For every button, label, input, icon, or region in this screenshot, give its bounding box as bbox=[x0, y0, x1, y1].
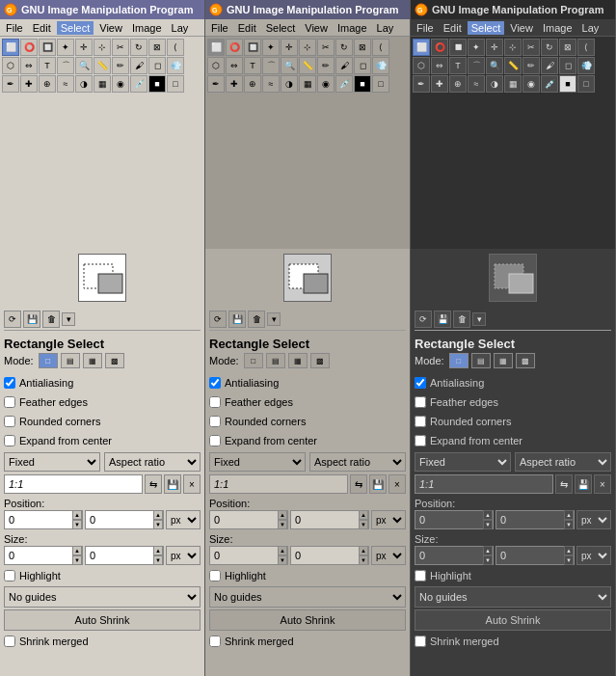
rounded-check-medium[interactable] bbox=[209, 416, 221, 427]
delete-btn-dark[interactable]: 🗑 bbox=[453, 311, 470, 328]
pos-y-field-dark[interactable] bbox=[496, 511, 564, 528]
feather-check-medium[interactable] bbox=[209, 396, 221, 408]
menu-file-light[interactable]: File bbox=[2, 21, 27, 35]
expand-check-dark[interactable] bbox=[415, 435, 426, 446]
size-x-field-light[interactable] bbox=[5, 547, 72, 564]
pos-x-down-medium[interactable]: ▼ bbox=[278, 520, 287, 529]
rounded-check-dark[interactable] bbox=[415, 416, 426, 427]
mode-sub-dark[interactable]: ▦ bbox=[494, 353, 513, 368]
pos-y-field-medium[interactable] bbox=[291, 511, 359, 528]
tool-fill-dark[interactable]: ▦ bbox=[504, 75, 522, 93]
tool-persp-medium[interactable]: ⬡ bbox=[207, 57, 225, 74]
tool-align-dark[interactable]: ⊹ bbox=[504, 39, 522, 56]
mode-replace-light[interactable]: □ bbox=[39, 353, 58, 368]
menu-image-dark[interactable]: Image bbox=[539, 21, 576, 35]
size-x-down-medium[interactable]: ▼ bbox=[278, 555, 287, 565]
tool-dodge-light[interactable]: ◑ bbox=[75, 75, 93, 93]
size-y-input-medium[interactable]: ▲ ▼ bbox=[290, 546, 369, 565]
size-y-field-medium[interactable] bbox=[291, 547, 359, 564]
size-x-up-light[interactable]: ▲ bbox=[72, 546, 82, 555]
aspect-select-medium[interactable]: Aspect ratio bbox=[309, 452, 406, 472]
tool-clone-medium[interactable]: ⊕ bbox=[244, 75, 261, 93]
pos-x-input-medium[interactable]: ▲ ▼ bbox=[209, 510, 288, 529]
guides-select-dark[interactable]: No guides bbox=[415, 586, 611, 608]
pos-y-up-light[interactable]: ▲ bbox=[153, 510, 163, 520]
auto-shrink-btn-medium[interactable]: Auto Shrink bbox=[209, 609, 406, 631]
ratio-field-dark[interactable]: 1:1 bbox=[415, 474, 553, 494]
tool-erase-medium[interactable]: ◻ bbox=[354, 57, 371, 74]
delete-btn-light[interactable]: 🗑 bbox=[42, 311, 60, 328]
ratio-field-medium[interactable]: 1:1 bbox=[209, 474, 348, 494]
pos-y-down-light[interactable]: ▼ bbox=[153, 520, 163, 529]
mode-replace-medium[interactable]: □ bbox=[244, 353, 263, 368]
tool-shear-light[interactable]: ⟨ bbox=[167, 39, 184, 56]
menu-lay-light[interactable]: Lay bbox=[168, 21, 193, 35]
size-unit-light[interactable]: px % bbox=[166, 546, 201, 565]
pos-y-down-dark[interactable]: ▼ bbox=[564, 520, 574, 529]
tool-heal-dark[interactable]: ✚ bbox=[431, 75, 448, 93]
highlight-check-dark[interactable] bbox=[415, 570, 426, 581]
tool-colorpick-dark[interactable]: 💉 bbox=[541, 75, 558, 93]
menu-lay-dark[interactable]: Lay bbox=[578, 21, 603, 35]
save-btn-light[interactable]: 💾 bbox=[23, 311, 40, 328]
tool-airbrush-medium[interactable]: 💨 bbox=[372, 57, 389, 74]
tool-ink-light[interactable]: ✒ bbox=[2, 75, 19, 93]
tool-text-dark[interactable]: T bbox=[449, 57, 467, 74]
ratio-swap-medium[interactable]: ⇆ bbox=[350, 474, 367, 494]
tool-ink-medium[interactable]: ✒ bbox=[207, 75, 225, 93]
tool-flip-medium[interactable]: ⇔ bbox=[226, 57, 243, 74]
tool-text-light[interactable]: T bbox=[39, 57, 56, 74]
size-x-input-dark[interactable]: ▲ ▼ bbox=[415, 546, 494, 565]
ratio-delete-dark[interactable]: × bbox=[594, 474, 611, 494]
tool-paint-medium[interactable]: 🖌 bbox=[335, 57, 353, 74]
tool-paint-light[interactable]: 🖌 bbox=[130, 57, 147, 74]
size-y-input-light[interactable]: ▲ ▼ bbox=[85, 546, 164, 565]
tool-zoom-dark[interactable]: 🔍 bbox=[486, 57, 503, 74]
menu-edit-dark[interactable]: Edit bbox=[440, 21, 466, 35]
size-x-field-dark[interactable] bbox=[415, 547, 483, 564]
tool-shear-medium[interactable]: ⟨ bbox=[372, 39, 389, 56]
tool-clone-light[interactable]: ⊕ bbox=[39, 75, 56, 93]
restore-btn-dark[interactable]: ⟳ bbox=[415, 311, 432, 328]
ratio-swap-light[interactable]: ⇆ bbox=[145, 474, 162, 494]
tool-free-medium[interactable]: 🔲 bbox=[244, 39, 261, 56]
shrink-merged-check-light[interactable] bbox=[4, 635, 15, 647]
tool-fill-medium[interactable]: ▦ bbox=[299, 75, 316, 93]
pos-unit-light[interactable]: px % bbox=[166, 510, 201, 529]
size-unit-medium[interactable]: px bbox=[371, 546, 406, 565]
tool-rect-select-light[interactable]: ⬜ bbox=[2, 39, 19, 56]
save-btn-dark[interactable]: 💾 bbox=[434, 311, 451, 328]
tool-erase-dark[interactable]: ◻ bbox=[559, 57, 576, 74]
tool-flip-light[interactable]: ⇔ bbox=[20, 57, 38, 74]
pos-x-input-dark[interactable]: ▲ ▼ bbox=[415, 510, 494, 529]
tool-paint-dark[interactable]: 🖌 bbox=[541, 57, 558, 74]
size-x-input-medium[interactable]: ▲ ▼ bbox=[209, 546, 288, 565]
menu-image-medium[interactable]: Image bbox=[334, 21, 371, 35]
tool-persp-dark[interactable]: ⬡ bbox=[413, 57, 430, 74]
pos-y-up-dark[interactable]: ▲ bbox=[564, 510, 574, 520]
tool-zoom-medium[interactable]: 🔍 bbox=[281, 57, 298, 74]
tool-crop-dark[interactable]: ✂ bbox=[522, 39, 540, 56]
tool-pencil-light[interactable]: ✏ bbox=[112, 57, 129, 74]
tool-measure-medium[interactable]: 📏 bbox=[299, 57, 316, 74]
tool-fg-medium[interactable]: ■ bbox=[354, 75, 371, 93]
mode-intersect-medium[interactable]: ▩ bbox=[310, 353, 330, 368]
size-unit-dark[interactable]: px bbox=[576, 546, 611, 565]
mode-add-light[interactable]: ▤ bbox=[61, 353, 80, 368]
tool-fill-light[interactable]: ▦ bbox=[94, 75, 111, 93]
tool-smudge-dark[interactable]: ≈ bbox=[468, 75, 485, 93]
tool-rect-select-medium[interactable]: ⬜ bbox=[207, 39, 225, 56]
size-x-field-medium[interactable] bbox=[210, 547, 278, 564]
tool-align-medium[interactable]: ⊹ bbox=[299, 39, 316, 56]
mode-intersect-light[interactable]: ▩ bbox=[105, 353, 124, 368]
menu-select-dark[interactable]: Select bbox=[468, 21, 505, 35]
fixed-select-light[interactable]: Fixed Free bbox=[4, 452, 100, 472]
tool-smudge-light[interactable]: ≈ bbox=[57, 75, 74, 93]
tool-rotate-medium[interactable]: ↻ bbox=[335, 39, 353, 56]
size-y-input-dark[interactable]: ▲ ▼ bbox=[495, 546, 575, 565]
tool-bg-dark[interactable]: □ bbox=[577, 75, 595, 93]
tool-smudge-medium[interactable]: ≈ bbox=[262, 75, 280, 93]
auto-shrink-btn-light[interactable]: Auto Shrink bbox=[4, 609, 201, 631]
pos-x-input-light[interactable]: ▲ ▼ bbox=[4, 510, 83, 529]
menu-view-light[interactable]: View bbox=[95, 21, 126, 35]
